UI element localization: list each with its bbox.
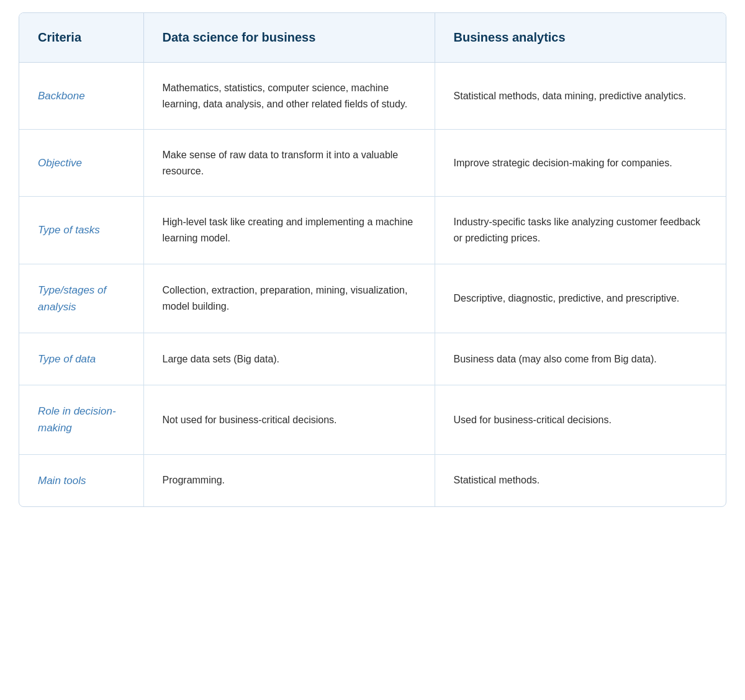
table-row: Main toolsProgramming.Statistical method…: [19, 454, 726, 506]
table-row: Role in decision-makingNot used for busi…: [19, 385, 726, 454]
header-business-analytics: Business analytics: [435, 13, 726, 63]
ba-cell-3: Descriptive, diagnostic, predictive, and…: [435, 264, 726, 333]
ba-cell-1: Improve strategic decision-making for co…: [435, 130, 726, 197]
ds-cell-6: Programming.: [143, 454, 435, 506]
ba-cell-6: Statistical methods.: [435, 454, 726, 506]
header-data-science: Data science for business: [143, 13, 435, 63]
criteria-cell-6: Main tools: [19, 454, 143, 506]
criteria-cell-5: Role in decision-making: [19, 385, 143, 454]
table-row: ObjectiveMake sense of raw data to trans…: [19, 130, 726, 197]
criteria-cell-1: Objective: [19, 130, 143, 197]
table-header-row: Criteria Data science for business Busin…: [19, 13, 726, 63]
criteria-cell-2: Type of tasks: [19, 197, 143, 264]
criteria-cell-3: Type/stages of analysis: [19, 264, 143, 333]
criteria-cell-4: Type of data: [19, 333, 143, 385]
table-row: BackboneMathematics, statistics, compute…: [19, 63, 726, 130]
ba-cell-4: Business data (may also come from Big da…: [435, 333, 726, 385]
ba-cell-0: Statistical methods, data mining, predic…: [435, 63, 726, 130]
ds-cell-1: Make sense of raw data to transform it i…: [143, 130, 435, 197]
ds-cell-4: Large data sets (Big data).: [143, 333, 435, 385]
ds-cell-0: Mathematics, statistics, computer scienc…: [143, 63, 435, 130]
criteria-cell-0: Backbone: [19, 63, 143, 130]
ds-cell-2: High-level task like creating and implem…: [143, 197, 435, 264]
comparison-table: Criteria Data science for business Busin…: [19, 12, 726, 507]
ds-cell-3: Collection, extraction, preparation, min…: [143, 264, 435, 333]
ba-cell-5: Used for business-critical decisions.: [435, 385, 726, 454]
table-row: Type/stages of analysisCollection, extra…: [19, 264, 726, 333]
ba-cell-2: Industry-specific tasks like analyzing c…: [435, 197, 726, 264]
header-criteria: Criteria: [19, 13, 143, 63]
table-row: Type of tasksHigh-level task like creati…: [19, 197, 726, 264]
table-row: Type of dataLarge data sets (Big data).B…: [19, 333, 726, 385]
ds-cell-5: Not used for business-critical decisions…: [143, 385, 435, 454]
